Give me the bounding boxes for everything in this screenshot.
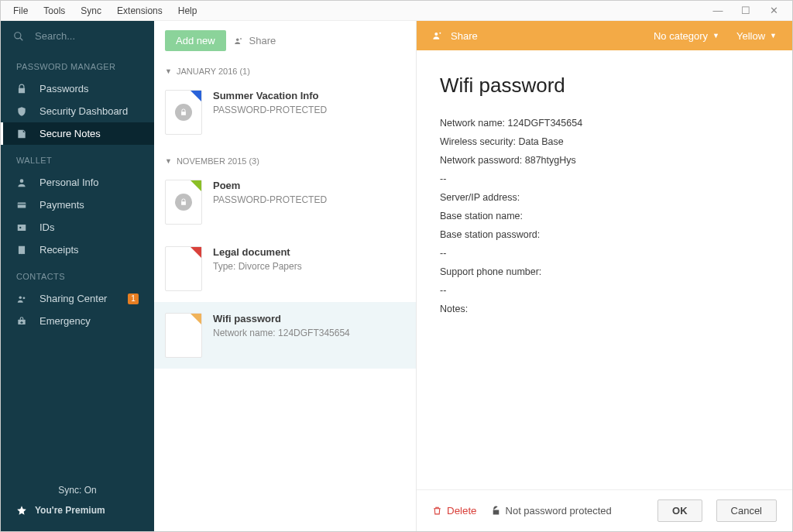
- shield-icon: [16, 106, 30, 117]
- receipt-icon: [16, 245, 30, 256]
- note-item-legal-document[interactable]: Legal document Type: Divorce Papers: [154, 235, 416, 302]
- note-detail-column: Share No category ▼ Yellow ▼ Wifi passwo…: [417, 21, 792, 531]
- detail-footer: Delete Not password protected OK Cancel: [417, 489, 792, 531]
- note-corner-icon: [191, 314, 201, 324]
- delete-label: Delete: [447, 505, 477, 517]
- menu-extensions[interactable]: Extensions: [109, 2, 170, 19]
- sidebar-item-emergency[interactable]: Emergency: [1, 310, 154, 332]
- note-title: Poem: [213, 180, 327, 191]
- field-network-password: Network password: 887htygHys: [440, 155, 769, 166]
- note-title: Wifi password: [213, 313, 350, 324]
- svg-point-8: [22, 297, 25, 299]
- menu-sync[interactable]: Sync: [73, 2, 109, 19]
- id-icon: [16, 222, 30, 233]
- svg-point-0: [15, 32, 21, 38]
- collapse-icon: ▼: [165, 157, 172, 165]
- sidebar-item-label: Receipts: [39, 244, 79, 256]
- svg-rect-5: [18, 224, 26, 230]
- field-server-ip: Server/IP address:: [440, 192, 769, 203]
- sidebar-item-payments[interactable]: Payments: [1, 194, 154, 216]
- premium-status[interactable]: You're Premium: [1, 500, 154, 520]
- sidebar-footer: Sync: On You're Premium: [1, 472, 154, 531]
- color-dropdown[interactable]: Yellow ▼: [736, 30, 777, 42]
- color-label: Yellow: [736, 30, 765, 42]
- sidebar-item-label: Emergency: [39, 315, 91, 327]
- search-icon: [13, 31, 26, 42]
- sidebar-item-receipts[interactable]: Receipts: [1, 239, 154, 261]
- note-item-summer-vacation[interactable]: Summer Vacation Info PASSWORD-PROTECTED: [154, 79, 416, 146]
- sync-status[interactable]: Sync: On: [1, 480, 154, 500]
- sidebar-item-label: Passwords: [39, 83, 89, 94]
- detail-body: Wifi password Network name: 124DGFT34565…: [417, 50, 792, 489]
- share-button-detail[interactable]: Share: [451, 30, 478, 42]
- sidebar-item-label: Secure Notes: [39, 128, 101, 139]
- field-wireless-security: Wireless security: Data Base: [440, 136, 769, 147]
- notes-list-column: Add new Share ▼ JANUARY 2016 (1) Summer …: [154, 21, 417, 531]
- sidebar-item-label: Security Dashboard: [39, 105, 128, 117]
- svg-point-6: [19, 226, 21, 228]
- svg-point-2: [20, 179, 24, 183]
- lock-icon: [16, 84, 30, 94]
- chevron-down-icon: ▼: [712, 32, 719, 39]
- section-header-contacts: CONTACTS: [1, 261, 154, 287]
- note-title: Legal document: [213, 246, 302, 258]
- sidebar-item-secure-notes[interactable]: Secure Notes: [1, 122, 154, 145]
- sidebar-item-security-dashboard[interactable]: Security Dashboard: [1, 100, 154, 122]
- category-dropdown[interactable]: No category ▼: [654, 30, 719, 42]
- field-support-phone: Support phone number:: [440, 266, 769, 277]
- premium-label: You're Premium: [35, 505, 105, 516]
- sidebar-item-passwords[interactable]: Passwords: [1, 77, 154, 100]
- field-notes: Notes:: [440, 304, 769, 314]
- svg-rect-3: [18, 202, 26, 208]
- field-base-station-name: Base station name:: [440, 211, 769, 221]
- note-corner-icon: [191, 247, 201, 258]
- menu-bar: File Tools Sync Extensions Help — ☐ ✕: [1, 1, 792, 21]
- note-item-wifi-password[interactable]: Wifi password Network name: 124DGFT34565…: [154, 302, 416, 369]
- emergency-icon: [16, 316, 30, 327]
- svg-rect-4: [18, 204, 26, 204]
- ok-button[interactable]: OK: [657, 499, 702, 522]
- field-separator: --: [440, 285, 769, 296]
- sidebar-item-label: Sharing Center: [39, 293, 107, 304]
- password-protection-status[interactable]: Not password protected: [491, 505, 612, 517]
- sidebar-item-ids[interactable]: IDs: [1, 216, 154, 239]
- share-icon: [234, 36, 245, 46]
- people-icon: [16, 293, 30, 304]
- svg-point-7: [19, 296, 22, 299]
- window-maximize-button[interactable]: ☐: [732, 5, 760, 16]
- field-network-name: Network name: 124DGFT345654: [440, 118, 769, 129]
- note-item-poem[interactable]: Poem PASSWORD-PROTECTED: [154, 169, 416, 235]
- note-thumbnail: [165, 313, 202, 358]
- note-subtitle: Network name: 124DGFT345654: [213, 328, 350, 338]
- group-header[interactable]: ▼ NOVEMBER 2015 (3): [154, 146, 416, 169]
- window-minimize-button[interactable]: —: [704, 5, 732, 16]
- add-new-button[interactable]: Add new: [165, 30, 226, 51]
- star-icon: [16, 505, 27, 516]
- cancel-button[interactable]: Cancel: [716, 499, 777, 522]
- menu-help[interactable]: Help: [170, 2, 205, 19]
- section-header-password-manager: PASSWORD MANAGER: [1, 51, 154, 77]
- note-subtitle: PASSWORD-PROTECTED: [213, 105, 327, 115]
- note-icon: [16, 129, 30, 139]
- lock-icon: [175, 194, 192, 211]
- sidebar-item-personal-info[interactable]: Personal Info: [1, 171, 154, 194]
- field-base-station-password: Base station password:: [440, 229, 769, 240]
- group-header-label: JANUARY 2016 (1): [177, 67, 250, 76]
- trash-icon: [432, 506, 442, 516]
- note-subtitle: PASSWORD-PROTECTED: [213, 194, 327, 205]
- delete-button[interactable]: Delete: [432, 505, 477, 517]
- window-close-button[interactable]: ✕: [760, 5, 788, 16]
- sidebar-item-sharing-center[interactable]: Sharing Center 1: [1, 287, 154, 310]
- sidebar-item-label: IDs: [39, 221, 55, 233]
- search-input[interactable]: [35, 30, 128, 42]
- group-header-label: NOVEMBER 2015 (3): [177, 156, 259, 166]
- note-thumbnail: [165, 246, 202, 291]
- group-header[interactable]: ▼ JANUARY 2016 (1): [154, 56, 416, 79]
- share-icon: [432, 29, 445, 42]
- share-button-list[interactable]: Share: [234, 35, 276, 46]
- lock-icon: [175, 104, 192, 121]
- search-row[interactable]: [1, 21, 154, 51]
- field-separator: --: [440, 248, 769, 259]
- menu-file[interactable]: File: [5, 2, 36, 19]
- menu-tools[interactable]: Tools: [36, 2, 73, 19]
